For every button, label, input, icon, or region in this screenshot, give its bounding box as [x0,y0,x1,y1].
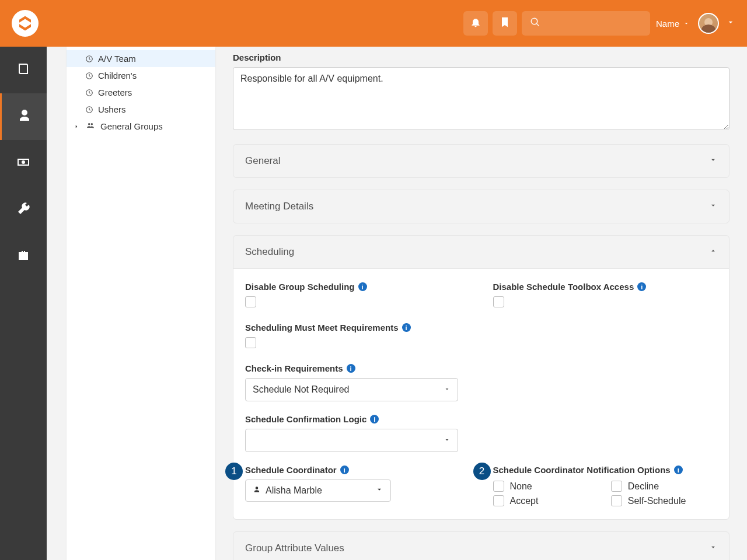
search-icon [530,17,540,30]
tree-item-av-team[interactable]: A/V Team [67,50,215,67]
search-type-dropdown[interactable]: Name [656,19,690,29]
panel-group-attr: Group Attribute Values [233,531,729,560]
chevron-down-icon [444,384,451,395]
coordinator-label: Schedule Coordinator [245,465,337,475]
confirm-logic-label: Schedule Confirmation Logic [245,414,366,424]
search-type-label: Name [656,19,679,29]
notify-none-checkbox[interactable] [493,481,504,492]
notify-self-checkbox[interactable] [611,495,622,506]
panel-group-attr-header[interactable]: Group Attribute Values [233,532,729,560]
notifications-button[interactable] [463,11,488,36]
chevron-up-icon [709,246,717,258]
person-icon [253,485,261,496]
briefcase-icon [16,249,30,265]
panel-meeting-header[interactable]: Meeting Details [233,190,729,223]
checkin-req-label: Check-in Requirements [245,363,343,373]
caret-down-icon [683,19,690,29]
panel-scheduling-body: Disable Group Scheduling i Disable Sched… [233,268,729,519]
clock-icon [85,72,93,80]
notify-accept-label: Accept [510,496,539,506]
info-icon[interactable]: i [637,282,646,291]
form-area: Description General Meeting Details [233,47,729,560]
tree-item-label: Greeters [98,88,132,97]
info-icon[interactable]: i [347,364,355,373]
chevron-down-icon [444,435,451,446]
wrench-icon [16,202,30,218]
notify-label: Schedule Coordinator Notification Option… [493,465,671,475]
left-nav [0,47,47,560]
disable-toolbox-label: Disable Schedule Toolbox Access [493,282,634,292]
coordinator-picker[interactable]: Alisha Marble [245,480,391,502]
chevron-down-icon [709,201,717,212]
search-input[interactable] [522,11,650,36]
disable-toolbox-checkbox[interactable] [493,296,504,307]
tree-item-label: A/V Team [98,54,136,64]
info-icon[interactable]: i [402,323,411,332]
notify-none-label: None [510,481,532,492]
must-meet-label: Scheduling Must Meet Requirements [245,323,399,332]
tree-item-label: Children's [98,71,137,80]
tree-parent-general-groups[interactable]: General Groups [67,118,215,135]
must-meet-checkbox[interactable] [245,337,256,348]
chevron-right-icon [74,121,81,131]
users-icon [85,121,96,131]
user-menu-toggle[interactable] [726,18,735,29]
panel-title: General [245,155,280,167]
panel-title: Group Attribute Values [245,542,344,554]
user-avatar[interactable] [698,13,719,34]
panel-general: General [233,144,729,178]
disable-group-scheduling-label: Disable Group Scheduling [245,282,355,292]
caret-down-icon [375,485,383,496]
description-textarea[interactable] [233,67,729,130]
checkin-req-value: Schedule Not Required [253,384,349,395]
chevron-down-icon [726,19,735,29]
notify-self-label: Self-Schedule [628,496,686,506]
clock-icon [85,55,93,63]
coordinator-value: Alisha Marble [266,485,322,496]
chevron-down-icon [709,542,717,554]
panel-scheduling: Scheduling Disable Group Scheduling i [233,235,729,520]
panel-scheduling-header[interactable]: Scheduling [233,236,729,268]
tree-item-ushers[interactable]: Ushers [67,101,215,118]
bookmark-icon [499,16,511,30]
top-bar: Name [0,0,747,47]
info-icon[interactable]: i [370,415,379,424]
clock-icon [85,106,93,114]
callout-1: 1 [225,463,243,480]
money-icon [16,155,30,172]
info-icon[interactable]: i [674,466,683,474]
nav-finance[interactable] [0,140,47,187]
nav-tools[interactable] [0,187,47,233]
group-tree: A/V Team Children's Greeters Ushers [67,47,215,560]
chevron-down-icon [709,155,717,167]
panel-general-header[interactable]: General [233,145,729,177]
panel-meeting: Meeting Details [233,190,729,223]
nav-admin[interactable] [0,233,47,280]
notify-decline-label: Decline [628,481,659,492]
panel-title: Scheduling [245,246,294,258]
clock-icon [85,89,93,97]
bookmarks-button[interactable] [493,11,517,36]
content: A/V Team Children's Greeters Ushers [0,47,747,560]
nav-books[interactable] [0,47,47,93]
book-icon [16,62,30,78]
main: A/V Team Children's Greeters Ushers [47,47,747,560]
person-icon [18,108,32,125]
bell-icon [470,16,481,30]
callout-2: 2 [473,463,491,480]
tree-item-childrens[interactable]: Children's [67,67,215,84]
panel-title: Meeting Details [245,201,313,212]
tree-item-label: Ushers [98,104,126,114]
disable-group-scheduling-checkbox[interactable] [245,296,256,307]
info-icon[interactable]: i [340,466,349,474]
tree-parent-label: General Groups [100,121,163,131]
notify-decline-checkbox[interactable] [611,481,622,492]
description-label: Description [233,52,729,62]
nav-people[interactable] [0,93,47,140]
info-icon[interactable]: i [358,282,367,291]
notify-accept-checkbox[interactable] [493,495,504,506]
confirm-logic-select[interactable] [245,429,458,452]
app-logo[interactable] [12,10,39,37]
checkin-req-select[interactable]: Schedule Not Required [245,378,458,401]
tree-item-greeters[interactable]: Greeters [67,84,215,101]
